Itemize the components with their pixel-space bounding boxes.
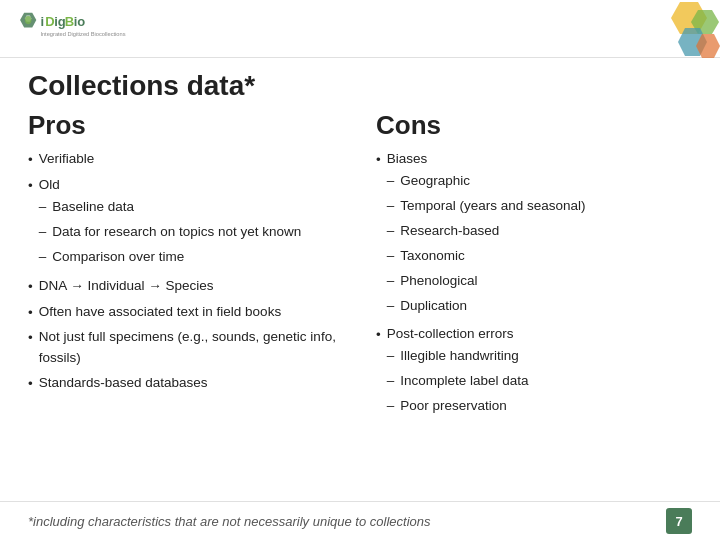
list-item: • Biases – Geographic – Temporal (y [376, 149, 692, 320]
bullet-icon: • [28, 176, 33, 197]
logo-area: i D ig B io Integrated Digitized Biocoll… [16, 8, 146, 50]
list-item: • Standards-based databases [28, 373, 344, 395]
sub-list-item: – Illegible handwriting [387, 346, 529, 367]
cons-list: • Biases – Geographic – Temporal (y [376, 149, 692, 421]
slide-number: 7 [666, 508, 692, 534]
logo-svg: i D ig B io Integrated Digitized Biocoll… [16, 8, 146, 50]
sub-list-item: – Taxonomic [387, 246, 586, 267]
bullet-icon: • [28, 277, 33, 298]
bullet-icon: • [28, 303, 33, 324]
main-content: Collections data* Pros • Verifiable • Ol… [0, 58, 720, 433]
list-item: • Post-collection errors – Illegible han… [376, 324, 692, 421]
pros-column: Pros • Verifiable • Old – [28, 110, 368, 425]
sub-list-item: – Research-based [387, 221, 586, 242]
sub-list-item: – Duplication [387, 296, 586, 317]
list-item: • Verifiable [28, 149, 344, 171]
sub-list-item: – Geographic [387, 171, 586, 192]
sub-list-item: – Baseline data [39, 197, 302, 218]
sub-list-item: – Incomplete label data [387, 371, 529, 392]
sub-list-item: – Data for research on topics not yet kn… [39, 222, 302, 243]
svg-text:D: D [45, 13, 54, 28]
list-item: • Often have associated text in field bo… [28, 302, 344, 324]
bullet-icon: • [376, 150, 381, 171]
svg-text:i: i [40, 13, 44, 28]
sub-list-item: – Temporal (years and seasonal) [387, 196, 586, 217]
bullet-icon: • [376, 325, 381, 346]
sub-list-item: – Phenological [387, 271, 586, 292]
sub-list-item: – Poor preservation [387, 396, 529, 417]
svg-point-2 [25, 16, 32, 24]
footer-note: *including characteristics that are not … [28, 514, 431, 529]
bullet-icon: • [28, 328, 33, 349]
svg-text:Integrated Digitized Biocollec: Integrated Digitized Biocollections [40, 30, 125, 36]
pros-list: • Verifiable • Old – Baseline data [28, 149, 344, 395]
cons-column: Cons • Biases – Geographic [368, 110, 692, 425]
two-columns: Pros • Verifiable • Old – [28, 110, 692, 425]
bullet-icon: • [28, 374, 33, 395]
footer: *including characteristics that are not … [0, 501, 720, 540]
bullet-icon: • [28, 150, 33, 171]
list-item: • Not just full specimens (e.g., sounds,… [28, 327, 344, 369]
pros-heading: Pros [28, 110, 344, 141]
hex-decoration [590, 0, 720, 58]
svg-text:io: io [74, 13, 86, 28]
sub-list-item: – Comparison over time [39, 247, 302, 268]
svg-text:B: B [65, 13, 74, 28]
header: i D ig B io Integrated Digitized Biocoll… [0, 0, 720, 58]
cons-heading: Cons [376, 110, 692, 141]
list-item: • DNA → Individual → Species [28, 276, 344, 298]
page-title: Collections data* [28, 70, 692, 102]
list-item: • Old – Baseline data – Data for re [28, 175, 344, 272]
